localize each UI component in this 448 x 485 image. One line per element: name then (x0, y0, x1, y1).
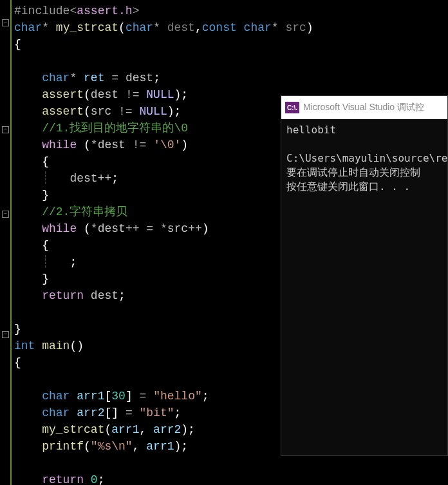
return-keyword: return (42, 289, 84, 302)
comment: //2.字符串拷贝 (42, 205, 127, 218)
main-function: main (42, 339, 70, 352)
brace: { (14, 38, 21, 51)
path-text: C:\Users\mayulin\source\re (286, 152, 447, 164)
output-text: hellobit (286, 124, 336, 136)
console-title-text: Microsoft Visual Studio 调试控 (303, 102, 424, 113)
debug-console-window[interactable]: C:\. Microsoft Visual Studio 调试控 hellobi… (281, 95, 448, 456)
hint-text: 按任意键关闭此窗口. . . (286, 180, 410, 193)
hint-text: 要在调试停止时自动关闭控制 (286, 166, 420, 178)
preprocessor: #include<assert.h> (14, 5, 139, 17)
while-keyword: while (42, 138, 77, 151)
type-keyword: char (14, 21, 42, 34)
function-name: my_strcat (56, 21, 118, 34)
vs-icon: C:\. (285, 102, 299, 113)
fold-icon[interactable]: − (2, 211, 9, 218)
console-titlebar[interactable]: C:\. Microsoft Visual Studio 调试控 (281, 96, 447, 119)
fold-icon[interactable]: − (2, 331, 9, 338)
console-output: hellobit C:\Users\mayulin\source\re 要在调试… (281, 119, 447, 198)
gutter: − − − − (0, 0, 12, 485)
fold-icon[interactable]: − (2, 19, 9, 26)
fold-icon[interactable]: − (2, 126, 9, 133)
comment: //1.找到目的地字符串的\0 (42, 122, 188, 135)
